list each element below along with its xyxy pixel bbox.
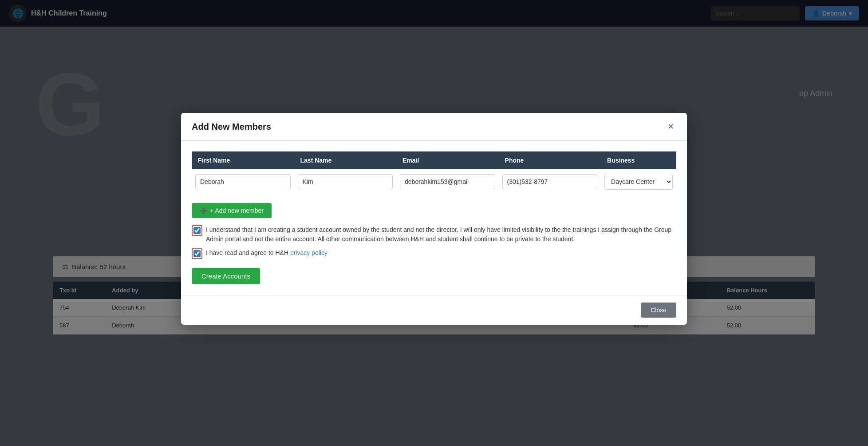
first-name-input[interactable] [195, 174, 291, 189]
form-member-row: Daycare Center School Home Care Other [192, 169, 676, 194]
phone-cell [499, 169, 601, 194]
consent2-text-prefix: I have read and agree to H&H [206, 249, 290, 256]
create-accounts-button[interactable]: Create Accounts [192, 268, 260, 284]
consent-item-1: I understand that I am creating a studen… [192, 225, 676, 244]
consent1-checkbox[interactable] [193, 227, 201, 234]
modal-footer: Close [181, 295, 687, 325]
form-header-row: First Name Last Name Email Phone Busines… [192, 151, 676, 169]
modal-close-button[interactable]: × [665, 121, 676, 132]
last-name-cell [294, 169, 397, 194]
add-member-label: + Add new member [210, 207, 264, 214]
modal-body: First Name Last Name Email Phone Busines… [181, 141, 687, 295]
consent-section: I understand that I am creating a studen… [192, 225, 676, 259]
consent2-text: I have read and agree to H&H privacy pol… [206, 248, 327, 258]
email-input[interactable] [400, 174, 495, 189]
email-cell [396, 169, 499, 194]
phone-input[interactable] [502, 174, 598, 189]
consent-item-2: I have read and agree to H&H privacy pol… [192, 248, 676, 259]
consent2-checkbox[interactable] [193, 250, 201, 257]
form-col-phone: Phone [499, 151, 601, 169]
first-name-cell [192, 169, 294, 194]
consent1-text: I understand that I am creating a studen… [206, 225, 676, 244]
privacy-policy-link[interactable]: privacy policy [290, 249, 327, 256]
modal-title: Add New Members [192, 121, 271, 131]
modal-header: Add New Members × [181, 113, 687, 141]
business-cell: Daycare Center School Home Care Other [601, 169, 676, 194]
form-col-email: Email [396, 151, 499, 169]
form-col-business: Business [601, 151, 676, 169]
form-col-first-name: First Name [192, 151, 294, 169]
add-members-modal: Add New Members × First Name Last Name E… [181, 113, 687, 325]
form-col-last-name: Last Name [294, 151, 397, 169]
last-name-input[interactable] [298, 174, 393, 189]
plus-icon: ➕ [200, 207, 207, 214]
modal-footer-close-button[interactable]: Close [641, 303, 676, 318]
add-new-member-button[interactable]: ➕ + Add new member [192, 203, 272, 218]
consent1-checkbox-wrapper [192, 225, 202, 236]
consent2-checkbox-wrapper [192, 248, 202, 259]
members-form-table: First Name Last Name Email Phone Busines… [192, 151, 676, 194]
business-select[interactable]: Daycare Center School Home Care Other [604, 174, 673, 190]
